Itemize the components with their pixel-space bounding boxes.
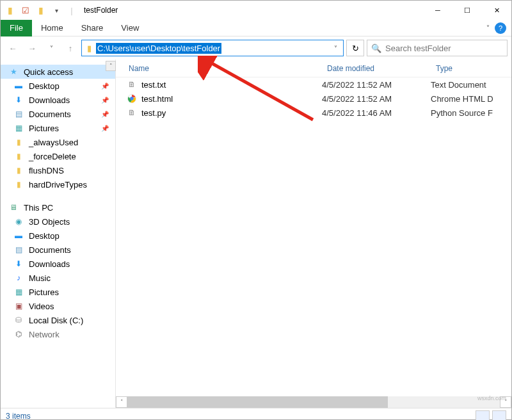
scroll-track[interactable] — [127, 396, 500, 408]
sidebar-item-label: Desktop — [29, 231, 60, 241]
sidebar-item-flushdns[interactable]: ▮flushDNS — [1, 163, 115, 177]
horizontal-scrollbar[interactable]: ˂ ˃ — [116, 396, 511, 408]
address-bar[interactable]: ▮ C:\Users\user\Desktop\testFolder ˅ — [81, 40, 344, 56]
music-icon: ♪ — [13, 273, 24, 283]
view-icons-button[interactable] — [492, 410, 506, 421]
watermark: wsxdn.com — [477, 395, 506, 401]
refresh-button[interactable]: ↻ — [346, 40, 364, 56]
disk-icon: ⛁ — [13, 315, 24, 325]
qat-properties[interactable]: ☑ — [19, 3, 33, 17]
file-date: 4/5/2022 11:52 AM — [322, 80, 431, 90]
tab-file[interactable]: File — [1, 20, 32, 36]
videos-icon: ▣ — [13, 301, 24, 311]
sidebar-item-pictures[interactable]: ▦Pictures📌 — [1, 121, 115, 135]
downloads-icon: ⬇ — [13, 95, 24, 105]
sidebar-item-label: flushDNS — [29, 166, 64, 175]
search-input[interactable]: 🔍 Search testFolder — [367, 40, 508, 56]
column-name[interactable]: Name — [129, 64, 327, 73]
chrome-icon — [126, 93, 138, 104]
desktop-icon: ▬ — [13, 81, 24, 91]
desktop-icon: ▬ — [13, 230, 24, 241]
explorer-window: ▮ ☑ ▮ ▾ | testFolder ─ ☐ ✕ File Home Sha… — [0, 0, 512, 420]
txt-file-icon: 🗎 — [126, 79, 138, 90]
sidebar-item-label: Network — [29, 330, 60, 339]
file-row[interactable]: 🗎test.py 4/5/2022 11:46 AM Python Source… — [126, 106, 511, 120]
file-name: test.txt — [141, 80, 166, 90]
file-name: test.py — [141, 108, 166, 118]
column-headers: Name Date modified Type — [116, 60, 511, 77]
search-placeholder: Search testFolder — [385, 44, 451, 53]
scroll-left-button[interactable]: ˂ — [116, 396, 127, 408]
status-text: 3 items — [6, 412, 31, 421]
column-date[interactable]: Date modified — [327, 64, 436, 73]
file-row[interactable]: 🗎test.txt 4/5/2022 11:52 AM Text Documen… — [126, 77, 511, 92]
file-row[interactable]: test.html 4/5/2022 11:52 AM Chrome HTML … — [126, 92, 511, 106]
sidebar-item-label: Pictures — [29, 287, 59, 297]
sidebar-scroll-up[interactable]: ˄ — [106, 61, 116, 71]
sidebar-item-label: hardDriveTypes — [29, 180, 87, 190]
file-rows: 🗎test.txt 4/5/2022 11:52 AM Text Documen… — [116, 77, 511, 396]
sidebar-item-label: _alwaysUsed — [29, 138, 78, 147]
sidebar-item-desktop[interactable]: ▬Desktop📌 — [1, 79, 115, 93]
tab-share[interactable]: Share — [72, 20, 113, 35]
pc-icon: 🖥 — [8, 202, 19, 213]
sidebar-item-pc-pictures[interactable]: ▦Pictures — [1, 285, 115, 299]
documents-icon: ▤ — [13, 245, 24, 255]
column-type[interactable]: Type — [436, 64, 511, 73]
downloads-icon: ⬇ — [13, 259, 24, 269]
minimize-button[interactable]: ─ — [423, 1, 452, 20]
pin-icon: 📌 — [101, 111, 113, 118]
sidebar-item-alwaysused[interactable]: ▮_alwaysUsed — [1, 135, 115, 149]
sidebar-item-harddrivetypes[interactable]: ▮hardDriveTypes — [1, 177, 115, 191]
folder-icon: ▮ — [13, 137, 24, 147]
file-type: Chrome HTML D — [431, 94, 511, 104]
forward-button[interactable]: → — [24, 40, 40, 56]
pictures-icon: ▦ — [13, 123, 24, 133]
history-dropdown[interactable]: ˅ — [43, 40, 60, 56]
maximize-button[interactable]: ☐ — [452, 1, 482, 20]
pin-icon: 📌 — [101, 125, 113, 132]
sidebar-item-label: Downloads — [29, 259, 70, 269]
file-name: test.html — [141, 94, 173, 104]
this-pc-label: This PC — [24, 203, 53, 213]
sidebar-item-documents[interactable]: ▤Documents📌 — [1, 107, 115, 121]
network-icon: ⌬ — [13, 329, 24, 339]
back-button[interactable]: ← — [4, 40, 21, 56]
search-icon: 🔍 — [371, 44, 381, 53]
sidebar-item-quick-access[interactable]: ★ Quick access — [1, 65, 115, 79]
sidebar-item-pc-desktop[interactable]: ▬Desktop — [1, 229, 115, 243]
sidebar-item-network[interactable]: ⌬Network — [1, 327, 115, 341]
close-button[interactable]: ✕ — [482, 1, 511, 20]
pictures-icon: ▦ — [13, 287, 24, 297]
sidebar-item-videos[interactable]: ▣Videos — [1, 299, 115, 313]
sidebar-item-forcedelete[interactable]: ▮_forceDelete — [1, 149, 115, 163]
title-bar: ▮ ☑ ▮ ▾ | testFolder ─ ☐ ✕ — [1, 1, 511, 20]
sidebar-item-label: Downloads — [29, 95, 70, 105]
help-icon[interactable]: ? — [495, 22, 506, 34]
qat-dropdown[interactable]: ▾ — [49, 3, 63, 17]
folder-icon: ▮ — [13, 151, 24, 161]
sidebar-item-pc-downloads[interactable]: ⬇Downloads — [1, 257, 115, 271]
address-input[interactable]: C:\Users\user\Desktop\testFolder — [96, 43, 221, 54]
sidebar-item-music[interactable]: ♪Music — [1, 271, 115, 285]
sidebar-item-label: _forceDelete — [29, 152, 76, 161]
pin-icon: 📌 — [101, 97, 113, 104]
tab-home[interactable]: Home — [32, 20, 72, 35]
star-icon: ★ — [8, 67, 19, 77]
sidebar-item-downloads[interactable]: ⬇Downloads📌 — [1, 93, 115, 107]
sidebar-item-this-pc[interactable]: 🖥This PC — [1, 200, 115, 214]
ribbon-collapse-icon[interactable]: ˅ — [486, 24, 490, 31]
view-details-button[interactable] — [476, 410, 490, 421]
up-button[interactable]: ↑ — [62, 40, 79, 56]
address-dropdown-icon[interactable]: ˅ — [328, 45, 343, 52]
sidebar-item-pc-documents[interactable]: ▤Documents — [1, 243, 115, 257]
sidebar-item-3d-objects[interactable]: ◉3D Objects — [1, 214, 115, 229]
status-bar: 3 items — [1, 408, 511, 420]
sidebar-item-label: Local Disk (C:) — [29, 316, 83, 325]
scroll-thumb[interactable] — [127, 396, 388, 408]
tab-view[interactable]: View — [112, 20, 148, 35]
sidebar-item-label: Documents — [29, 245, 71, 255]
sidebar-item-label: 3D Objects — [29, 217, 70, 227]
sidebar-item-local-disk[interactable]: ⛁Local Disk (C:) — [1, 313, 115, 327]
file-type: Python Source F — [431, 108, 511, 118]
